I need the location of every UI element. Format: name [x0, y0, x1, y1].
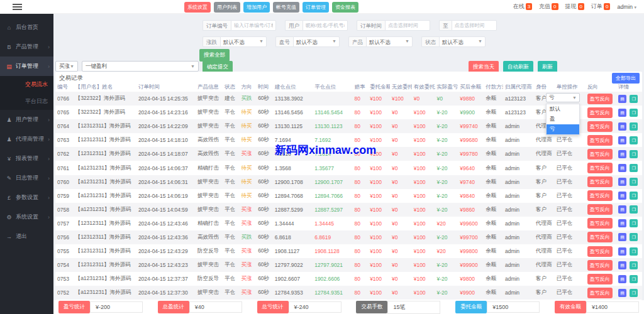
system-settings-button[interactable]: 系统设置 [184, 2, 211, 13]
withdraw-counter[interactable]: 提现 0 [565, 3, 584, 11]
sidebar-item-users[interactable]: ♟ 用户管理 › [0, 110, 53, 129]
online-counter[interactable]: 在线 3 [513, 3, 532, 11]
detail-list-icon[interactable]: ▤ [618, 289, 626, 297]
detail-list-icon[interactable]: ▤ [618, 150, 626, 158]
detail-list-icon[interactable]: ▤ [618, 109, 626, 117]
sidebar-item-products[interactable]: B 产品管理 › [0, 37, 53, 57]
order-counter[interactable]: 订单 0 [591, 3, 610, 11]
detail-list-icon[interactable]: ▤ [618, 95, 626, 103]
funds-report-button[interactable]: 资金报表 [332, 2, 358, 13]
status-filter-select[interactable]: 默认不选 ▼ [439, 36, 486, 47]
column-header: 状态 [223, 83, 240, 92]
detail-list-icon[interactable]: ▤ [618, 164, 626, 172]
time-to-input[interactable] [452, 20, 497, 31]
sidebar-item-logout[interactable]: → 退出 [0, 227, 53, 246]
sidebar-item-system[interactable]: ⚙ 系统设置 › [0, 207, 53, 227]
detail-record-icon[interactable]: ❐ [630, 261, 638, 269]
sidebar-item-agents[interactable]: ♟ 代理商管理 › [0, 129, 53, 149]
cell-odds: 80 [353, 175, 369, 189]
profit-reverse-button[interactable]: 盈亏反向 [587, 274, 613, 284]
account-recharge-button[interactable]: 帐号充值 [273, 2, 299, 13]
profit-reverse-button[interactable]: 盈亏反向 [587, 260, 613, 271]
control-option[interactable]: 亏 [547, 124, 579, 134]
detail-record-icon[interactable]: ❐ [630, 275, 638, 283]
profit-reverse-button[interactable]: 盈亏反向 [587, 121, 613, 132]
sidebar-item-orders[interactable]: ▤ 订单管理 › [0, 57, 53, 76]
control-option[interactable]: 默认 [547, 104, 579, 114]
detail-list-icon[interactable]: ▤ [618, 275, 626, 283]
detail-record-icon[interactable]: ❐ [630, 136, 638, 144]
sidebar-item-logs[interactable]: ✎ 日志管理 › [0, 168, 53, 188]
profit-reverse-button[interactable]: 盈亏反向 [587, 107, 613, 118]
detail-list-icon[interactable]: ▤ [618, 247, 626, 256]
sidebar-item-params[interactable]: £ 参数设置 › [0, 188, 53, 207]
profit-reverse-button[interactable]: 盈亏反向 [587, 204, 613, 215]
user-input[interactable] [303, 20, 348, 31]
updown-filter-select[interactable]: 默认不选 ▼ [220, 36, 267, 47]
profit-reverse-button[interactable]: 盈亏反向 [587, 176, 613, 187]
admin-user-menu[interactable]: admin ▾ [617, 4, 636, 10]
detail-record-icon[interactable]: ❐ [630, 233, 638, 241]
profit-reverse-button[interactable]: 盈亏反向 [587, 218, 613, 229]
profit-reverse-button[interactable]: 盈亏反向 [587, 288, 613, 298]
select-value: 买涨 [59, 63, 70, 70]
detail-list-icon[interactable]: ▤ [618, 261, 626, 269]
detail-list-icon[interactable]: ▤ [618, 219, 626, 227]
summary-value: ¥-240 [289, 301, 341, 313]
summary-label-button[interactable]: 交易手数 [356, 301, 387, 313]
detail-record-icon[interactable]: ❐ [630, 192, 638, 200]
order-manage-button[interactable]: 订单管理 [303, 2, 329, 13]
quick-action-select[interactable]: 一键盈利 ▼ [82, 61, 199, 72]
summary-label-button[interactable]: 总亏统计 [257, 301, 289, 313]
detail-record-icon[interactable]: ❐ [630, 205, 638, 214]
summary-label-button[interactable]: 总盈统计 [158, 301, 189, 313]
control-option[interactable]: 盈 [547, 114, 579, 124]
cell-order-time: 2024-04-15 12:43:46 [136, 217, 196, 230]
order-no-input[interactable] [231, 20, 276, 31]
cell-duration: 60秒 [256, 230, 273, 244]
profit-reverse-button[interactable]: 盈亏反向 [587, 246, 613, 257]
profit-reverse-button[interactable]: 盈亏反向 [587, 163, 613, 173]
profit-reverse-button[interactable]: 盈亏反向 [587, 190, 613, 201]
detail-list-icon[interactable]: ▤ [618, 192, 626, 200]
export-all-button[interactable]: 全部导出 [612, 73, 640, 84]
detail-record-icon[interactable]: ❐ [630, 109, 638, 117]
sidebar-item-dashboard[interactable]: ⌂ 后台首页 [0, 18, 53, 37]
detail-record-icon[interactable]: ❐ [630, 219, 638, 227]
detail-list-icon[interactable]: ▤ [618, 122, 626, 131]
detail-record-icon[interactable]: ❐ [630, 178, 638, 186]
detail-record-icon[interactable]: ❐ [630, 95, 638, 103]
search-all-button[interactable]: 搜索全部 [199, 49, 230, 62]
detail-record-icon[interactable]: ❐ [630, 247, 638, 256]
detail-record-icon[interactable]: ❐ [630, 150, 638, 158]
summary-label-button[interactable]: 委托金额 [455, 301, 487, 313]
summary-label-button[interactable]: 盈亏统计 [58, 301, 90, 313]
add-user-button[interactable]: 增加用户 [243, 2, 270, 13]
single-control-select[interactable]: 亏 ▼ [546, 93, 580, 102]
profit-reverse-button[interactable]: 盈亏反向 [587, 232, 613, 242]
recharge-counter[interactable]: 充值 0 [539, 3, 558, 11]
account-type-filter-select[interactable]: 默认不选 ▼ [293, 36, 340, 47]
summary-label-button[interactable]: 有效金额 [555, 301, 586, 313]
detail-list-icon[interactable]: ▤ [618, 136, 626, 144]
detail-record-icon[interactable]: ❐ [630, 164, 638, 172]
cell-role: 客户 [534, 189, 555, 203]
sidebar-item-reports[interactable]: ¥ 报表管理 › [0, 149, 53, 168]
detail-record-icon[interactable]: ❐ [630, 122, 638, 131]
sidebar-item-trade-flow[interactable]: 交易流水 [0, 76, 53, 93]
report-icon: ¥ [6, 156, 13, 162]
profit-reverse-button[interactable]: 盈亏反向 [587, 135, 613, 146]
column-header: 【用户名】姓名 [74, 83, 136, 92]
detail-list-icon[interactable]: ▤ [618, 178, 626, 186]
direction-select[interactable]: 买涨 ▼ [55, 61, 78, 72]
profit-reverse-button[interactable]: 盈亏反向 [587, 94, 613, 104]
user-list-button[interactable]: 用户列表 [214, 2, 240, 13]
time-from-input[interactable] [385, 20, 430, 31]
hamburger-icon[interactable] [13, 4, 22, 11]
profit-reverse-button[interactable]: 盈亏反向 [587, 149, 613, 160]
detail-record-icon[interactable]: ❐ [630, 289, 638, 297]
detail-list-icon[interactable]: ▤ [618, 205, 626, 214]
sidebar-item-platform-log[interactable]: 平台日志 [0, 93, 53, 110]
detail-list-icon[interactable]: ▤ [618, 233, 626, 241]
product-filter-select[interactable]: 默认不选 ▼ [366, 36, 413, 47]
